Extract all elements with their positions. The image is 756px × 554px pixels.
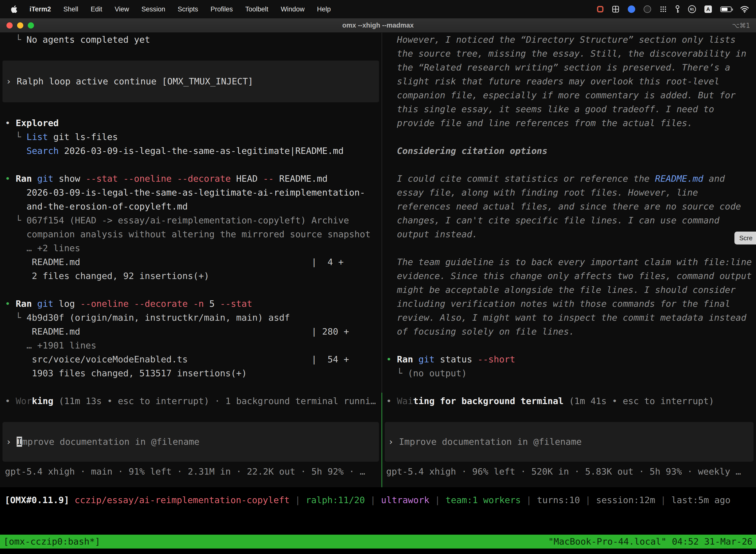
terminal-line: … +2 lines (0, 241, 381, 255)
tmux-status-bar: [omx-cczip0:bash*] "MacBook-Pro-44.local… (0, 535, 756, 549)
menu-item-help[interactable]: Help (311, 5, 337, 13)
terminal-line: the source tree, missing the essay. Stil… (382, 47, 756, 61)
terminal-line: the “Related research writing” section i… (382, 61, 756, 74)
dark-app-icon[interactable] (644, 5, 651, 13)
prompt-input-right-text: › Improve documentation in @filename (385, 435, 754, 449)
terminal-line: evidence. Since this change only affects… (382, 269, 756, 283)
terminal-line (382, 130, 756, 144)
app-menu-name[interactable]: iTerm2 (23, 5, 57, 13)
terminal-line: README.md | 280 + (0, 325, 381, 339)
key-icon[interactable] (675, 5, 680, 13)
left-scrollback-top: └ No agents completed yet (0, 33, 381, 47)
terminal-line: references need actual files, and since … (382, 200, 756, 214)
menu-item-profiles[interactable]: Profiles (204, 5, 239, 13)
left-agent-log: • Explored └ List git ls-files Search 20… (0, 102, 381, 408)
terminal-line: 2026-03-09-is-legal-the-same-as-legitima… (0, 186, 381, 200)
terminal-line: output instead. (382, 227, 756, 241)
grid-app-icon[interactable] (612, 5, 619, 13)
terminal-line (382, 158, 756, 172)
ralph-inject-text: › Ralph loop active continue [OMX_TMUX_I… (2, 74, 379, 88)
screen-recording-stop-icon[interactable] (597, 6, 604, 12)
apple-menu-icon[interactable] (9, 5, 23, 13)
terminal-line: slight risk that future readers may over… (382, 74, 756, 88)
screen-overlay-button[interactable]: Scre (735, 232, 756, 244)
prompt-input-right[interactable]: › Improve documentation in @filename (385, 422, 754, 462)
pane-left[interactable]: └ No agents completed yet › Ralph loop a… (0, 33, 381, 487)
window-title-bar: omx --xhigh --madmax ⌥⌘1 (0, 18, 756, 33)
terminal-line: and-the-erosion-of-copyleft.md (0, 200, 381, 214)
menu-item-edit[interactable]: Edit (84, 5, 109, 13)
terminal-line (382, 339, 756, 352)
zoom-window-button[interactable] (28, 22, 34, 29)
window-title: omx --xhigh --madmax (342, 21, 414, 29)
menu-item-session[interactable]: Session (135, 5, 171, 13)
terminal-line: of focusing solely on file lines. (382, 325, 756, 339)
terminal-line: └ (no output) (382, 366, 756, 380)
close-window-button[interactable] (6, 22, 13, 29)
terminal-line: • Waiting for background terminal (1m 41… (382, 394, 756, 408)
prompt-input-left-text: › Improve documentation in @filename (2, 435, 379, 449)
window-controls (6, 18, 34, 33)
terminal-line: └ List git ls-files (0, 130, 381, 144)
terminal-line: └ 067f154 (HEAD -> essay/ai-reimplementa… (0, 214, 381, 227)
right-agent-log: However, I noticed the “Directory Struct… (382, 33, 756, 408)
terminal-line: review. Also, I might want to inspect th… (382, 311, 756, 325)
terminal-line: However, I noticed the “Directory Struct… (382, 33, 756, 47)
terminal-line: └ No agents completed yet (0, 33, 381, 47)
terminal-line: this single essay, it seems like a good … (382, 102, 756, 116)
terminal-line: companion file, especially if more comme… (382, 88, 756, 102)
terminal-line: README.md | 4 + (0, 255, 381, 269)
menu-bar: iTerm2 ShellEditViewSessionScriptsProfil… (0, 0, 756, 18)
terminal-line: 1903 files changed, 513517 insertions(+) (0, 366, 381, 380)
terminal-line: • Working (11m 13s • esc to interrupt) ·… (0, 394, 381, 408)
wifi-icon[interactable] (740, 5, 749, 13)
menubar-status-icons: 61 A (597, 5, 749, 13)
terminal-line: changes, I can't cite specific file line… (382, 214, 756, 227)
terminal-line: … +1901 lines (0, 339, 381, 352)
terminal-line: • Ran git log --oneline --decorate -n 5 … (0, 297, 381, 311)
menu-item-shell[interactable]: Shell (57, 5, 84, 13)
terminal: └ No agents completed yet › Ralph loop a… (0, 33, 756, 487)
terminal-line: provide file and line references from th… (382, 116, 756, 130)
blue-app-icon[interactable] (628, 5, 635, 13)
model-status-right: gpt-5.4 xhigh · 96% left · 520K in · 5.8… (382, 465, 756, 479)
terminal-line (0, 102, 381, 116)
terminal-line: Considering citation options (382, 144, 756, 158)
terminal-line (0, 283, 381, 297)
model-status-left: gpt-5.4 xhigh · main · 91% left · 2.31M … (0, 465, 381, 479)
terminal-line: companion analysis without altering the … (0, 227, 381, 241)
terminal-line: • Ran git status --short (382, 352, 756, 366)
menu-items: ShellEditViewSessionScriptsProfilesToolb… (57, 5, 337, 13)
terminal-line: including verification notes with those … (382, 297, 756, 311)
terminal-line: • Ran git show --stat --oneline --decora… (0, 172, 381, 186)
terminal-line: might be acceptable alongside the file l… (382, 283, 756, 297)
minimize-window-button[interactable] (17, 22, 23, 29)
menu-item-window[interactable]: Window (274, 5, 311, 13)
battery-icon[interactable] (720, 6, 732, 12)
terminal-line: 2 files changed, 92 insertions(+) (0, 269, 381, 283)
tab-shortcut-label: ⌥⌘1 (732, 22, 750, 29)
ralph-inject-banner: › Ralph loop active continue [OMX_TMUX_I… (2, 61, 379, 102)
menu-item-toolbelt[interactable]: Toolbelt (239, 5, 274, 13)
omx-status-line: [OMX#0.11.9] cczip/essay/ai-reimplementa… (0, 493, 756, 507)
pane-right[interactable]: However, I noticed the “Directory Struct… (382, 33, 756, 487)
terminal-line: Search 2026-03-09-is-legal-the-same-as-l… (0, 144, 381, 158)
terminal-line (382, 241, 756, 255)
terminal-line: The team guideline is to back every impo… (382, 255, 756, 269)
prompt-input-left[interactable]: › Improve documentation in @filename (2, 422, 379, 462)
terminal-line: essay file, along with finding root file… (382, 186, 756, 200)
tmux-window-list[interactable]: [omx-cczip0:bash*] (3, 535, 100, 549)
terminal-line: • Explored (0, 116, 381, 130)
terminal-line (0, 158, 381, 172)
terminal-line: └ 4b9d30f (origin/main, instructkr/main,… (0, 311, 381, 325)
terminal-line (0, 380, 381, 394)
menu-item-scripts[interactable]: Scripts (171, 5, 204, 13)
battery-gauge-icon[interactable]: 61 (688, 5, 696, 13)
dots-grid-icon[interactable] (659, 5, 667, 13)
tmux-host-time: "MacBook-Pro-44.local" 04:52 31-Mar-26 (548, 535, 753, 549)
input-source-icon[interactable]: A (704, 5, 712, 13)
menu-item-view[interactable]: View (108, 5, 135, 13)
terminal-line: src/voice/voiceModeEnabled.ts | 54 + (0, 352, 381, 366)
terminal-line (382, 380, 756, 394)
terminal-line: I could cite commit statistics or refere… (382, 172, 756, 186)
